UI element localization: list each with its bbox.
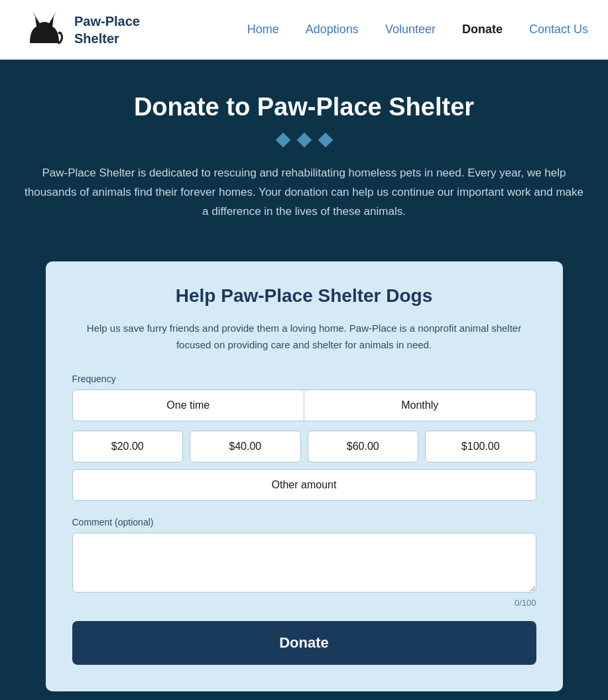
- hero-description: Paw-Place Shelter is dedicated to rescui…: [20, 164, 588, 222]
- nav-contact[interactable]: Contact Us: [529, 23, 588, 36]
- frequency-monthly-button[interactable]: Monthly: [304, 389, 536, 421]
- card-wrapper: Help Paw-Place Shelter Dogs Help us save…: [0, 242, 608, 700]
- nav-home[interactable]: Home: [247, 23, 279, 36]
- hero-section: Donate to Paw-Place Shelter Paw-Place Sh…: [0, 60, 608, 242]
- brand-link[interactable]: Paw-PlaceShelter: [20, 7, 140, 53]
- nav-adoptions[interactable]: Adoptions: [306, 23, 359, 36]
- nav-menu: Home Adoptions Volunteer Donate Contact …: [247, 23, 588, 36]
- brand-logo-icon: [20, 7, 66, 53]
- brand-name: Paw-PlaceShelter: [74, 13, 140, 47]
- amount-selector: $20.00 $40.00 $60.00 $100.00: [72, 431, 536, 462]
- frequency-label: Frequency: [72, 374, 536, 384]
- hero-title: Donate to Paw-Place Shelter: [20, 93, 588, 121]
- comment-input[interactable]: [72, 533, 536, 593]
- card-title: Help Paw-Place Shelter Dogs: [72, 285, 536, 307]
- card-description: Help us save furry friends and provide t…: [72, 320, 536, 354]
- amount-60-button[interactable]: $60.00: [308, 431, 419, 462]
- nav-volunteer[interactable]: Volunteer: [385, 23, 436, 36]
- amount-40-button[interactable]: $40.00: [190, 431, 301, 462]
- other-amount-button[interactable]: Other amount: [72, 469, 536, 501]
- navbar: Paw-PlaceShelter Home Adoptions Voluntee…: [0, 0, 608, 60]
- diamond-icon-3: [318, 133, 333, 148]
- diamond-icon-2: [296, 133, 312, 148]
- hero-diamonds-decoration: [20, 135, 588, 145]
- frequency-one-time-button[interactable]: One time: [72, 389, 305, 421]
- amount-100-button[interactable]: $100.00: [425, 431, 536, 462]
- comment-label: Comment (optional): [72, 517, 536, 527]
- donation-card: Help Paw-Place Shelter Dogs Help us save…: [46, 261, 563, 691]
- char-count: 0/100: [72, 598, 536, 608]
- diamond-icon-1: [275, 133, 290, 148]
- amount-20-button[interactable]: $20.00: [72, 431, 184, 462]
- donate-button[interactable]: Donate: [72, 621, 536, 665]
- nav-donate[interactable]: Donate: [462, 23, 503, 36]
- frequency-selector: One time Monthly: [72, 389, 536, 421]
